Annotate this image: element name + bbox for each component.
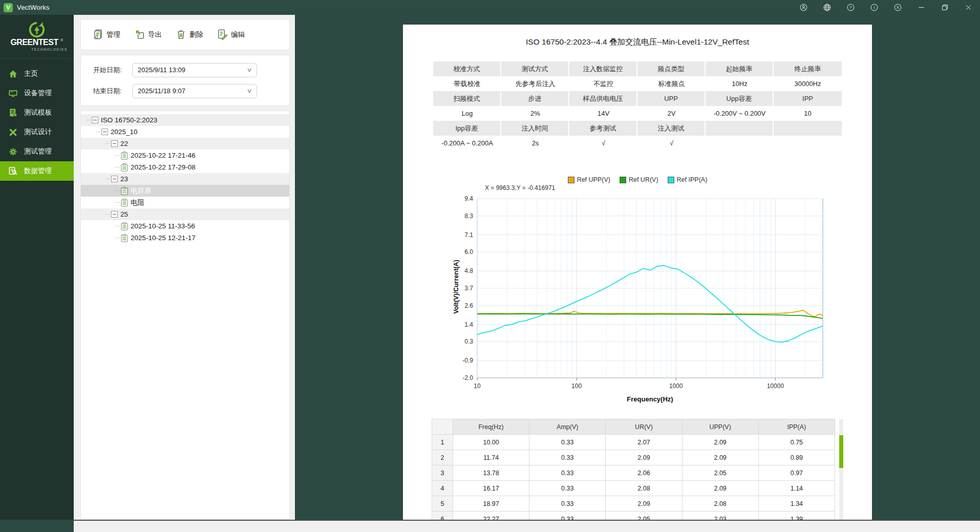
export-icon: [134, 29, 145, 40]
tree-item[interactable]: 2025-10-22 17-21-46: [81, 150, 289, 161]
tools-icon[interactable]: [886, 0, 909, 15]
app-logo-icon: V: [4, 3, 13, 12]
delete-button[interactable]: 删除: [175, 29, 203, 40]
tree-connector: [86, 120, 91, 120]
user-icon[interactable]: [792, 0, 815, 15]
tree-connector: [115, 202, 120, 203]
svg-text:-0.9: -0.9: [462, 357, 473, 364]
maximize-button[interactable]: [933, 0, 956, 15]
tree-item[interactable]: 电阻: [81, 197, 289, 208]
table-row[interactable]: 313.780.332.062.050.97: [432, 465, 835, 481]
param-header-cell: 扫频模式: [433, 91, 501, 106]
table-row[interactable]: 416.170.332.082.091.14: [432, 481, 835, 496]
value-cell: 0.33: [529, 435, 606, 450]
tree-item[interactable]: 2025-10-25 12-21-17: [81, 232, 289, 244]
start-date-picker[interactable]: 2025/9/11 13:09 ∨: [132, 63, 257, 77]
end-date-picker[interactable]: 2025/11/18 9:07 ∨: [132, 84, 257, 98]
collapse-icon[interactable]: [111, 176, 118, 182]
column-header[interactable]: IPP(A): [758, 419, 835, 435]
start-date-label: 开始日期:: [93, 66, 132, 75]
value-cell: 18.97: [453, 496, 529, 512]
chart-legend: Ref UPP(V)Ref UR(V)Ref IPP(A): [403, 176, 872, 183]
tree-item[interactable]: 22: [81, 138, 289, 150]
svg-text:?: ?: [849, 5, 852, 10]
tree-connector: [115, 167, 120, 167]
table-row[interactable]: 622.270.332.052.031.39: [432, 512, 835, 520]
tree-item[interactable]: 2025-10-25 11-33-56: [81, 220, 289, 232]
param-value-cell: [706, 136, 774, 151]
value-cell: 1.14: [758, 481, 835, 496]
collapse-icon[interactable]: [101, 129, 108, 135]
toolbar-button-label: 删除: [189, 30, 203, 39]
sidebar-item-label: 设备管理: [24, 89, 52, 98]
info-icon[interactable]: i: [862, 0, 886, 15]
collapse-icon[interactable]: [111, 140, 118, 147]
tree-item[interactable]: 电容屏: [81, 185, 289, 197]
parameter-table: 校准方式测试方式注入数据监控频点类型起始频率终止频率带载校准先参考后注入不监控标…: [433, 61, 842, 151]
tree-item[interactable]: ISO 16750-2:2023: [81, 114, 289, 126]
param-header-cell: 校准方式: [433, 61, 501, 76]
param-value-cell: 不监控: [569, 76, 637, 91]
report-title: ISO 16750-2:2023--4.4 叠加交流电压--Min-Level1…: [403, 37, 872, 48]
param-value-cell: 10: [774, 106, 842, 121]
sidebar-item-gear[interactable]: 测试管理: [0, 142, 74, 161]
table-row[interactable]: 518.970.332.092.081.34: [432, 496, 835, 512]
value-cell: 2.03: [682, 512, 758, 520]
minimize-button[interactable]: [909, 0, 933, 15]
column-header[interactable]: Freq(Hz): [453, 419, 529, 435]
svg-text:1000: 1000: [669, 382, 683, 390]
value-cell: 2.05: [682, 465, 758, 481]
brand-subtitle: TECHNOLOGIES: [31, 48, 68, 51]
value-cell: 0.89: [758, 450, 835, 465]
sidebar-item-home[interactable]: 主页: [0, 64, 74, 83]
manage-button[interactable]: 管理: [92, 29, 120, 40]
param-value-cell: [774, 136, 842, 151]
row-index-cell: 1: [432, 435, 453, 450]
frequency-response-chart[interactable]: 9.48.37.16.04.83.72.61.40.3-0.9-2.010100…: [449, 193, 828, 408]
param-header-cell: Upp容差: [706, 91, 774, 106]
export-button[interactable]: 导出: [134, 29, 162, 40]
tree-item[interactable]: 2025-10-22 17-29-08: [81, 161, 289, 173]
titlebar: V VectWorks ? i: [0, 0, 980, 15]
network-icon[interactable]: [815, 0, 839, 15]
chevron-down-icon: ∨: [246, 88, 252, 94]
legend-item[interactable]: Ref IPP(A): [668, 176, 708, 183]
tree-item-label: ISO 16750-2:2023: [101, 116, 157, 124]
tree-item[interactable]: 25: [81, 208, 289, 220]
value-cell: 0.75: [758, 435, 835, 450]
report-viewport: ISO 16750-2:2023--4.4 叠加交流电压--Min-Level1…: [295, 15, 980, 520]
sidebar-item-label: 主页: [24, 69, 38, 78]
edit-button[interactable]: 编辑: [217, 29, 245, 40]
legend-item[interactable]: Ref UR(V): [620, 176, 658, 183]
legend-item[interactable]: Ref UPP(V): [568, 176, 610, 183]
column-header[interactable]: UPP(V): [682, 419, 758, 435]
param-header-cell: UPP: [637, 91, 706, 106]
record-icon: [121, 187, 128, 195]
sidebar-item-template[interactable]: 测试模板: [0, 103, 74, 122]
column-header[interactable]: Amp(V): [529, 419, 606, 435]
tree-item-label: 电容屏: [131, 186, 152, 196]
sidebar-item-device[interactable]: 设备管理: [0, 83, 74, 103]
param-header-cell: 样品供电电压: [569, 91, 637, 106]
param-header-cell: [706, 121, 774, 136]
tree-item-label: 23: [120, 175, 128, 183]
cursor-readout: X = 9963.3,Y = -0.416971: [485, 184, 872, 193]
tree-item[interactable]: 2025_10: [81, 126, 289, 138]
table-row[interactable]: 211.740.332.092.090.89: [432, 450, 835, 465]
close-button[interactable]: [956, 0, 980, 15]
sidebar-item-datamgr[interactable]: 数据管理: [0, 161, 74, 181]
collapse-icon[interactable]: [92, 117, 98, 123]
chevron-down-icon: ∨: [246, 67, 252, 73]
help-icon[interactable]: ?: [839, 0, 862, 15]
column-header[interactable]: UR(V): [606, 419, 682, 435]
table-scrollbar-thumb[interactable]: [839, 435, 843, 468]
param-value-cell: √: [569, 136, 637, 151]
tree-item[interactable]: 23: [81, 173, 289, 185]
table-scrollbar[interactable]: [839, 419, 843, 520]
table-row[interactable]: 110.000.332.072.090.75: [432, 435, 835, 450]
home-icon: [8, 69, 18, 79]
datamgr-icon: [8, 166, 18, 176]
sidebar-item-design[interactable]: 测试设计: [0, 122, 74, 142]
collapse-icon[interactable]: [111, 211, 118, 218]
row-index-cell: 3: [432, 465, 453, 481]
